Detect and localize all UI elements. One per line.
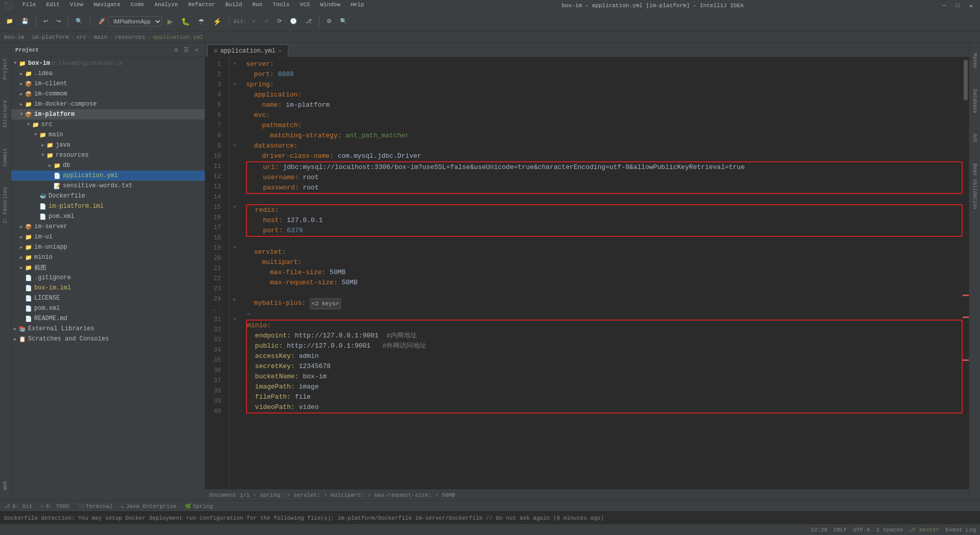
tree-item-box-im[interactable]: ▼ 📁 box-im D:\JavaEE\github\box-im (11, 58, 205, 68)
left-panel-web[interactable]: Web (3, 481, 8, 490)
fold-arrow-minio[interactable]: ▼ (230, 314, 240, 325)
fold-arrow-datasource[interactable]: ▼ (230, 141, 240, 151)
git-history-button[interactable]: 🕐 (287, 14, 300, 29)
bottom-git-item[interactable]: ⎇ 9: Git (4, 503, 33, 509)
close-button[interactable]: ✕ (966, 3, 976, 9)
status-crlf[interactable]: CRLF (834, 527, 847, 533)
tree-item-im-platform[interactable]: ▼ 📦 im-platform (11, 109, 205, 119)
tree-item-gitignore[interactable]: ▶ 📄 .gitignore (11, 273, 205, 283)
tree-item-im-client[interactable]: ▶ 📦 im-client (11, 79, 205, 89)
git-branches-button[interactable]: ⎇ (302, 14, 315, 29)
fold-arrow-redis[interactable]: ▼ (230, 202, 240, 212)
left-panel-commit[interactable]: Commit (3, 148, 8, 166)
breadcrumb-file[interactable]: application.yml (153, 34, 203, 40)
tree-item-license[interactable]: ▶ 📄 LICENSE (11, 293, 205, 303)
tree-item-src[interactable]: ▼ 📁 src (11, 119, 205, 130)
menu-bar[interactable]: ⬛ File Edit View Navigate Code Analyze R… (4, 2, 366, 10)
menu-file[interactable]: File (20, 2, 38, 10)
tree-item-dockerfile[interactable]: ▶ 🐳 Dockerfile (11, 191, 205, 201)
maximize-button[interactable]: □ (953, 3, 963, 9)
menu-analyze[interactable]: Analyze (152, 2, 180, 10)
panel-expand-icon[interactable]: ☰ (182, 46, 190, 54)
tree-item-application-yml[interactable]: ▶ 📄 application.yml (11, 171, 205, 181)
run-config-selector[interactable]: IMPlatformApp (108, 16, 162, 27)
menu-build[interactable]: Build (223, 2, 244, 10)
status-charset[interactable]: UTF-8 (853, 527, 870, 533)
editor-scrollbar[interactable] (963, 57, 969, 489)
status-event-log[interactable]: Event Log (946, 527, 976, 533)
bottom-spring-item[interactable]: 🌿 Spring (185, 503, 213, 509)
tree-item-idea[interactable]: ▶ 📁 .idea (11, 68, 205, 79)
menu-code[interactable]: Code (129, 2, 146, 10)
status-branch[interactable]: ⎇ master (909, 526, 939, 533)
panel-settings-icon[interactable]: ⚙ (172, 46, 180, 54)
debug-button[interactable]: 🐛 (178, 14, 193, 29)
breadcrumb-src[interactable]: src (76, 34, 86, 40)
right-panel-database[interactable]: Database (972, 89, 977, 113)
tree-item-resources[interactable]: ▼ 📁 resources (11, 150, 205, 160)
menu-refactor[interactable]: Refactor (186, 2, 217, 10)
fold-arrow-3[interactable]: ▼ (230, 80, 240, 90)
tree-item-im-commom[interactable]: ▶ 📦 im-commom (11, 89, 205, 99)
left-panel-project[interactable]: Project (3, 58, 8, 80)
bottom-todo-item[interactable]: ✓ 6: TODO (41, 503, 69, 509)
panel-close-icon[interactable]: ✕ (192, 46, 201, 54)
bottom-terminal-item[interactable]: ⬛ Terminal (78, 503, 113, 509)
menu-edit[interactable]: Edit (44, 2, 61, 10)
tree-item-minio[interactable]: ▶ 📁 minio (11, 252, 205, 262)
tree-item-im-ui[interactable]: ▶ 📁 im-ui (11, 232, 205, 242)
fold-arrow-1[interactable]: ▼ (230, 59, 240, 69)
tree-item-box-im-iml[interactable]: ▶ 📄 box-im.iml (11, 283, 205, 293)
status-indent[interactable]: 2 spaces (876, 527, 903, 533)
profile-button[interactable]: ⚡ (210, 14, 225, 29)
save-all-button[interactable]: 💾 (18, 14, 32, 29)
search-button[interactable]: 🔍 (337, 14, 350, 29)
left-panel-favorites[interactable]: 2: Favorites (3, 187, 8, 224)
coverage-button[interactable]: ☂ (195, 14, 208, 29)
git-push-button[interactable]: ⟳ (274, 14, 285, 29)
right-panel-bean-validation[interactable]: Bean Validation (972, 163, 977, 209)
fold-arrow-mybatis[interactable]: ▶ (230, 294, 240, 304)
tree-item-pom-xml[interactable]: ▶ 📄 pom.xml (11, 211, 205, 222)
tree-item-db[interactable]: ▶ 📁 db (11, 160, 205, 171)
open-file-button[interactable]: 📁 (3, 14, 16, 29)
left-panel-structure[interactable]: Structure (3, 100, 8, 128)
settings-button[interactable]: ⚙ (324, 14, 335, 29)
tree-item-readme[interactable]: ▶ 📄 README.md (11, 313, 205, 324)
menu-run[interactable]: Run (250, 2, 264, 10)
bottom-enterprise-item[interactable]: ☕ Java Enterprise (121, 503, 177, 509)
undo-button[interactable]: ↩ (40, 14, 51, 29)
menu-window[interactable]: Window (318, 2, 342, 10)
fold-arrow-servlet[interactable]: ▼ (230, 243, 240, 253)
right-panel-maven[interactable]: Maven (972, 53, 977, 68)
tab-application-yml[interactable]: ⚙ application.yml ✕ (207, 44, 288, 57)
tree-item-java[interactable]: ▶ 📁 java (11, 140, 205, 150)
tree-item-scratches[interactable]: ▶ 📋 Scratches and Consoles (11, 334, 205, 344)
tree-item-main[interactable]: ▼ 📁 main (11, 130, 205, 140)
tree-item-sensitive-words[interactable]: ▶ 📝 sensitive-words.txt (11, 181, 205, 191)
right-panel-ant[interactable]: Ant (972, 134, 977, 143)
breadcrumb-im-platform[interactable]: im-platform (32, 34, 69, 40)
redo-button[interactable]: ↪ (53, 14, 64, 29)
tree-item-im-platform-iml[interactable]: ▶ 📄 im-platform.iml (11, 201, 205, 211)
git-update-button[interactable]: ✓ (249, 14, 259, 29)
menu-vcs[interactable]: VCS (298, 2, 312, 10)
tab-close-button[interactable]: ✕ (279, 48, 282, 54)
tree-item-external-libraries[interactable]: ▶ 📚 External Libraries (11, 324, 205, 334)
run-button[interactable]: ▶ (164, 14, 176, 29)
code-content[interactable]: server: port: 8888 spring: application: … (240, 57, 963, 489)
minimize-button[interactable]: ─ (939, 3, 949, 9)
tree-item-screenshots[interactable]: ▶ 📁 截图 (11, 262, 205, 273)
window-controls[interactable]: ─ □ ✕ (939, 3, 976, 9)
menu-navigate[interactable]: Navigate (91, 2, 122, 10)
tree-item-im-uniapp[interactable]: ▶ 📁 im-uniapp (11, 242, 205, 252)
tree-item-root-pom[interactable]: ▶ 📄 pom.xml (11, 303, 205, 313)
git-commit-button[interactable]: ✓ (261, 14, 272, 29)
breadcrumb-box-im[interactable]: box-im (4, 34, 24, 40)
search-everywhere-button[interactable]: 🔍 (72, 14, 86, 29)
breadcrumb-resources[interactable]: resources (115, 34, 145, 40)
breadcrumb-main[interactable]: main (94, 34, 107, 40)
menu-help[interactable]: Help (349, 2, 366, 10)
menu-tools[interactable]: Tools (271, 2, 291, 10)
menu-view[interactable]: View (68, 2, 85, 10)
